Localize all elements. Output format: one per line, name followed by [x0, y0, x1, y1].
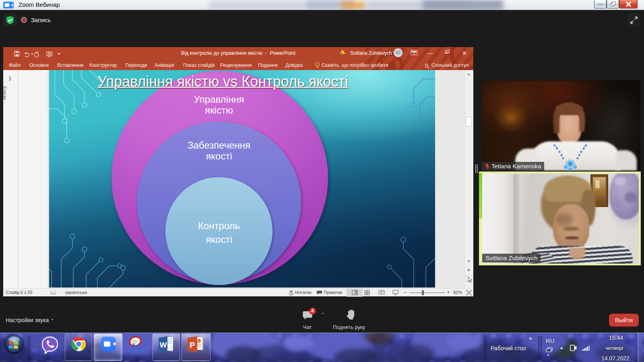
svg-text:W: W	[160, 341, 167, 349]
svg-text:P: P	[190, 341, 195, 350]
